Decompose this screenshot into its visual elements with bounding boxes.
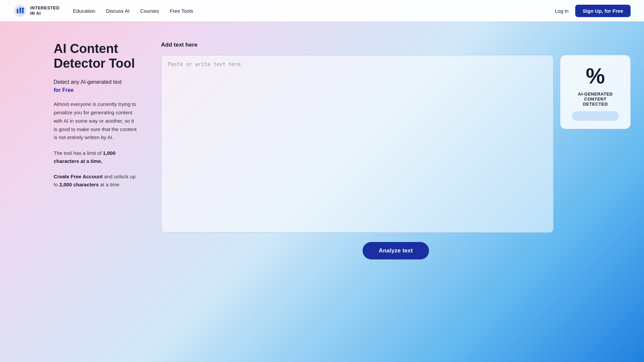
nav-discuss-ai[interactable]: Discuss AI <box>106 8 129 14</box>
tool-title: AI Content Detector Tool <box>54 42 138 71</box>
svg-rect-2 <box>19 7 21 13</box>
nav-courses[interactable]: Courses <box>140 8 159 14</box>
result-label: AI-GENERATED CONTENT DETECTED <box>567 92 624 107</box>
nav-right: Log in Sign Up, for Free <box>555 5 631 17</box>
text-input[interactable] <box>161 55 553 233</box>
text-input-area <box>161 55 553 234</box>
tool-area: Add text here % AI-GENERATED CONTENT DET… <box>154 21 644 273</box>
signup-button[interactable]: Sign Up, for Free <box>575 5 631 17</box>
description-text: Almost everyone is currently trying to p… <box>54 100 138 142</box>
detect-text: Detect any AI-generated text for Free <box>54 78 138 94</box>
tool-row: % AI-GENERATED CONTENT DETECTED <box>161 55 631 234</box>
create-free-account-link[interactable]: Create Free Account <box>54 174 103 179</box>
detect-bold: for Free <box>54 87 74 93</box>
analyze-button[interactable]: Analyze text <box>363 242 429 259</box>
percent-display: % <box>586 65 605 87</box>
limit-text: The tool has a limit of 1,000 characters… <box>54 149 138 165</box>
create-suffix: at a time <box>99 182 119 187</box>
svg-point-3 <box>22 8 24 10</box>
result-bar <box>572 111 619 121</box>
limit-prefix: The tool has a limit of <box>54 150 103 156</box>
svg-rect-1 <box>17 9 18 13</box>
navbar: INTERESTED IN AI Education Discuss AI Co… <box>0 0 644 21</box>
logo-text: INTERESTED IN AI <box>30 5 59 16</box>
create-2000-chars: 2,000 characters <box>59 182 99 187</box>
nav-education[interactable]: Education <box>73 8 95 14</box>
add-text-label: Add text here <box>161 42 631 48</box>
main-content: AI Content Detector Tool Detect any AI-g… <box>0 0 644 362</box>
nav-links: Education Discuss AI Courses Free Tools <box>73 8 555 14</box>
analyze-btn-row: Analyze text <box>161 242 631 259</box>
logo[interactable]: INTERESTED IN AI <box>13 4 59 17</box>
nav-free-tools[interactable]: Free Tools <box>170 8 193 14</box>
left-panel: AI Content Detector Tool Detect any AI-g… <box>0 21 154 202</box>
result-card: % AI-GENERATED CONTENT DETECTED <box>560 55 631 129</box>
detect-line1: Detect any AI-generated text <box>54 79 122 85</box>
login-button[interactable]: Log in <box>555 8 569 14</box>
logo-icon <box>13 4 27 17</box>
svg-rect-4 <box>22 10 24 13</box>
create-account-text: Create Free Account and unlock up to 2,0… <box>54 173 138 189</box>
